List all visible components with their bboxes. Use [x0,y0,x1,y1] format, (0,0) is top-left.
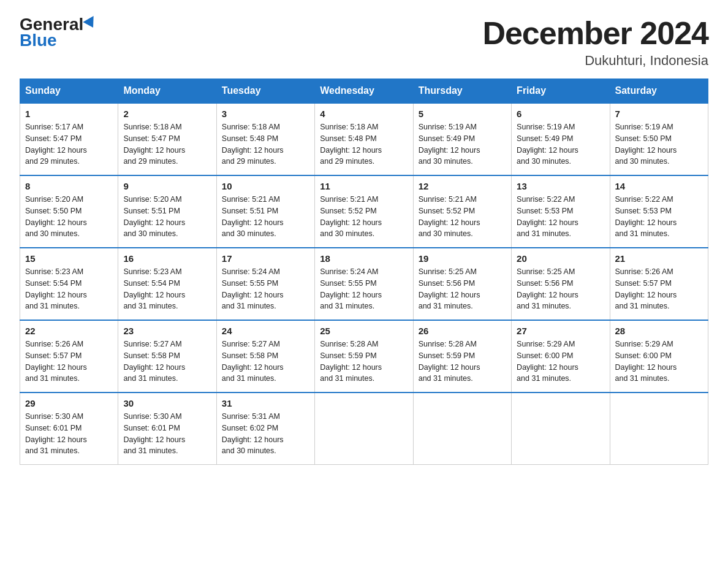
day-info: Sunrise: 5:20 AMSunset: 5:51 PMDaylight:… [123,194,211,240]
day-info: Sunrise: 5:26 AMSunset: 5:57 PMDaylight:… [615,266,703,312]
calendar-cell: 29Sunrise: 5:30 AMSunset: 6:01 PMDayligh… [20,393,118,465]
day-number: 10 [222,181,309,191]
calendar-cell: 13Sunrise: 5:22 AMSunset: 5:53 PMDayligh… [512,175,610,248]
day-number: 31 [222,398,309,408]
calendar-cell: 12Sunrise: 5:21 AMSunset: 5:52 PMDayligh… [413,175,511,248]
day-info: Sunrise: 5:28 AMSunset: 5:59 PMDaylight:… [419,339,506,385]
header-monday: Monday [118,79,216,104]
day-number: 16 [123,253,211,264]
day-number: 25 [320,326,408,336]
day-info: Sunrise: 5:26 AMSunset: 5:57 PMDaylight:… [25,339,113,385]
day-info: Sunrise: 5:19 AMSunset: 5:50 PMDaylight:… [615,121,703,167]
day-info: Sunrise: 5:27 AMSunset: 5:58 PMDaylight:… [222,339,309,385]
header-sunday: Sunday [20,79,118,104]
day-number: 18 [320,253,408,264]
calendar-cell: 1Sunrise: 5:17 AMSunset: 5:47 PMDaylight… [20,103,118,175]
day-info: Sunrise: 5:30 AMSunset: 6:01 PMDaylight:… [25,411,113,457]
day-info: Sunrise: 5:23 AMSunset: 5:54 PMDaylight:… [25,266,113,312]
logo-blue: Blue [20,31,57,50]
page-header: General Blue December 2024 Dukuhturi, In… [20,15,708,69]
calendar-cell: 31Sunrise: 5:31 AMSunset: 6:02 PMDayligh… [216,393,314,465]
day-info: Sunrise: 5:22 AMSunset: 5:53 PMDaylight:… [517,194,604,240]
calendar-cell: 18Sunrise: 5:24 AMSunset: 5:55 PMDayligh… [315,248,413,320]
day-number: 14 [615,181,703,191]
day-number: 19 [419,253,506,264]
day-info: Sunrise: 5:24 AMSunset: 5:55 PMDaylight:… [222,266,309,312]
day-number: 28 [615,326,703,336]
calendar-cell: 5Sunrise: 5:19 AMSunset: 5:49 PMDaylight… [413,103,511,175]
day-info: Sunrise: 5:17 AMSunset: 5:47 PMDaylight:… [25,121,113,167]
calendar-body: 1Sunrise: 5:17 AMSunset: 5:47 PMDaylight… [20,103,708,465]
calendar-cell: 26Sunrise: 5:28 AMSunset: 5:59 PMDayligh… [413,320,511,393]
month-title: December 2024 [482,15,708,52]
day-info: Sunrise: 5:21 AMSunset: 5:51 PMDaylight:… [222,194,309,240]
day-number: 9 [123,181,211,191]
day-info: Sunrise: 5:18 AMSunset: 5:47 PMDaylight:… [123,121,211,167]
header-thursday: Thursday [413,79,511,104]
day-number: 27 [517,326,604,336]
day-number: 6 [517,109,604,119]
day-info: Sunrise: 5:22 AMSunset: 5:53 PMDaylight:… [615,194,703,240]
day-info: Sunrise: 5:27 AMSunset: 5:58 PMDaylight:… [123,339,211,385]
calendar-cell: 3Sunrise: 5:18 AMSunset: 5:48 PMDaylight… [216,103,314,175]
day-number: 23 [123,326,211,336]
calendar-cell: 4Sunrise: 5:18 AMSunset: 5:48 PMDaylight… [315,103,413,175]
day-info: Sunrise: 5:18 AMSunset: 5:48 PMDaylight:… [222,121,309,167]
calendar-cell: 16Sunrise: 5:23 AMSunset: 5:54 PMDayligh… [118,248,216,320]
calendar-cell [610,393,708,465]
day-number: 30 [123,398,211,408]
calendar-cell: 24Sunrise: 5:27 AMSunset: 5:58 PMDayligh… [216,320,314,393]
calendar-cell [413,393,511,465]
calendar-cell [315,393,413,465]
week-row-2: 8Sunrise: 5:20 AMSunset: 5:50 PMDaylight… [20,175,708,248]
day-info: Sunrise: 5:28 AMSunset: 5:59 PMDaylight:… [320,339,408,385]
day-info: Sunrise: 5:30 AMSunset: 6:01 PMDaylight:… [123,411,211,457]
day-info: Sunrise: 5:20 AMSunset: 5:50 PMDaylight:… [25,194,113,240]
day-info: Sunrise: 5:24 AMSunset: 5:55 PMDaylight:… [320,266,408,312]
calendar-header: SundayMondayTuesdayWednesdayThursdayFrid… [20,79,708,104]
day-number: 3 [222,109,309,119]
header-wednesday: Wednesday [315,79,413,104]
calendar-cell: 21Sunrise: 5:26 AMSunset: 5:57 PMDayligh… [610,248,708,320]
calendar-cell: 10Sunrise: 5:21 AMSunset: 5:51 PMDayligh… [216,175,314,248]
day-info: Sunrise: 5:29 AMSunset: 6:00 PMDaylight:… [615,339,703,385]
day-number: 26 [419,326,506,336]
week-row-4: 22Sunrise: 5:26 AMSunset: 5:57 PMDayligh… [20,320,708,393]
calendar-cell: 17Sunrise: 5:24 AMSunset: 5:55 PMDayligh… [216,248,314,320]
calendar-cell: 8Sunrise: 5:20 AMSunset: 5:50 PMDaylight… [20,175,118,248]
header-friday: Friday [512,79,610,104]
day-info: Sunrise: 5:31 AMSunset: 6:02 PMDaylight:… [222,411,309,457]
header-tuesday: Tuesday [216,79,314,104]
calendar-cell: 22Sunrise: 5:26 AMSunset: 5:57 PMDayligh… [20,320,118,393]
day-info: Sunrise: 5:29 AMSunset: 6:00 PMDaylight:… [517,339,604,385]
day-number: 1 [25,109,113,119]
calendar-cell: 30Sunrise: 5:30 AMSunset: 6:01 PMDayligh… [118,393,216,465]
logo: General Blue [20,15,97,50]
week-row-1: 1Sunrise: 5:17 AMSunset: 5:47 PMDaylight… [20,103,708,175]
header-saturday: Saturday [610,79,708,104]
calendar-cell: 23Sunrise: 5:27 AMSunset: 5:58 PMDayligh… [118,320,216,393]
day-info: Sunrise: 5:18 AMSunset: 5:48 PMDaylight:… [320,121,408,167]
day-info: Sunrise: 5:25 AMSunset: 5:56 PMDaylight:… [517,266,604,312]
day-number: 12 [419,181,506,191]
day-info: Sunrise: 5:21 AMSunset: 5:52 PMDaylight:… [320,194,408,240]
day-info: Sunrise: 5:25 AMSunset: 5:56 PMDaylight:… [419,266,506,312]
calendar-cell: 6Sunrise: 5:19 AMSunset: 5:49 PMDaylight… [512,103,610,175]
calendar-cell: 9Sunrise: 5:20 AMSunset: 5:51 PMDaylight… [118,175,216,248]
calendar-cell: 2Sunrise: 5:18 AMSunset: 5:47 PMDaylight… [118,103,216,175]
calendar-table: SundayMondayTuesdayWednesdayThursdayFrid… [20,79,708,465]
calendar-cell: 15Sunrise: 5:23 AMSunset: 5:54 PMDayligh… [20,248,118,320]
day-number: 5 [419,109,506,119]
day-number: 21 [615,253,703,264]
calendar-cell: 7Sunrise: 5:19 AMSunset: 5:50 PMDaylight… [610,103,708,175]
calendar-cell: 19Sunrise: 5:25 AMSunset: 5:56 PMDayligh… [413,248,511,320]
calendar-cell: 28Sunrise: 5:29 AMSunset: 6:00 PMDayligh… [610,320,708,393]
day-number: 7 [615,109,703,119]
calendar-cell: 20Sunrise: 5:25 AMSunset: 5:56 PMDayligh… [512,248,610,320]
day-info: Sunrise: 5:21 AMSunset: 5:52 PMDaylight:… [419,194,506,240]
day-number: 4 [320,109,408,119]
calendar-cell: 11Sunrise: 5:21 AMSunset: 5:52 PMDayligh… [315,175,413,248]
day-number: 20 [517,253,604,264]
calendar-cell: 25Sunrise: 5:28 AMSunset: 5:59 PMDayligh… [315,320,413,393]
day-number: 17 [222,253,309,264]
